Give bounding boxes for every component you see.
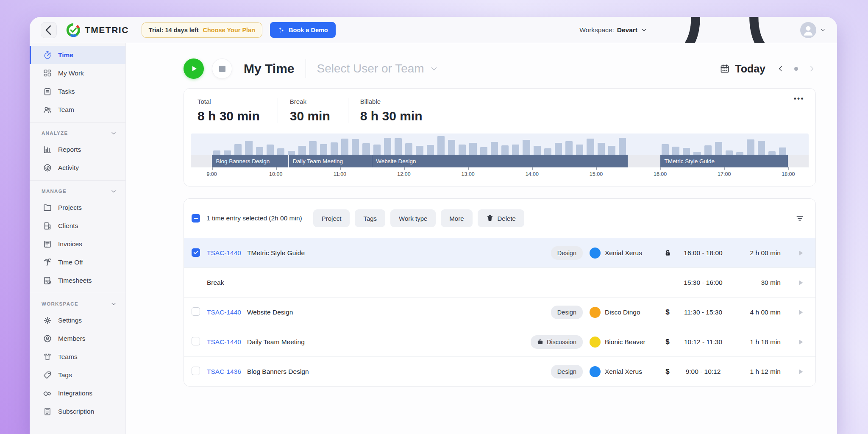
member-name: Disco Dingo — [605, 309, 659, 316]
sidebar-item-clients[interactable]: Clients — [30, 217, 125, 235]
time-range[interactable]: 16:00 - 18:00 — [676, 249, 730, 257]
sidebar-item-activity[interactable]: Activity — [30, 159, 125, 177]
row-checkbox[interactable] — [192, 337, 200, 345]
bulk-button-project[interactable]: Project — [313, 209, 350, 227]
time-entry-row[interactable]: TSAC-1440Daily Team MeetingDiscussionBio… — [184, 327, 815, 356]
axis-tick-label: 13:00 — [462, 171, 475, 177]
calendar-icon[interactable] — [720, 64, 730, 74]
row-checkbox[interactable] — [192, 248, 200, 257]
activity-bar — [395, 138, 402, 155]
sparkles-icon — [278, 26, 285, 33]
time-range[interactable]: 10:12 - 11:30 — [676, 338, 730, 346]
time-range[interactable]: 9:00 - 10:12 — [676, 368, 730, 376]
workspace-switcher[interactable]: Workspace: Devart — [579, 26, 648, 34]
people-icon — [43, 105, 52, 114]
tmetric-logo[interactable]: TMETRIC — [66, 23, 129, 37]
entry-duration: 2 h 00 min — [736, 249, 781, 257]
start-timer-button[interactable] — [184, 58, 204, 79]
task-id-link[interactable]: TSAC-1440 — [207, 249, 247, 257]
sidebar-item-time[interactable]: Time — [30, 46, 125, 64]
entry-details: 15:30 - 16:0030 min — [583, 279, 804, 287]
chevron-down-icon — [429, 64, 439, 73]
tmetric-logo-icon — [66, 23, 81, 37]
previous-day-button[interactable] — [776, 64, 785, 73]
trial-banner[interactable]: Trial: 14 days left Choose Your Plan — [142, 22, 262, 38]
sidebar-item-team[interactable]: Team — [30, 100, 125, 119]
row-play-icon[interactable] — [797, 279, 804, 287]
user-team-selector[interactable]: Select User or Team — [317, 62, 439, 75]
bulk-button-more[interactable]: More — [441, 209, 472, 227]
play-icon — [189, 64, 198, 73]
sidebar-item-timesheets[interactable]: Timesheets — [30, 271, 125, 289]
time-range[interactable]: 15:30 - 16:00 — [676, 279, 730, 287]
back-button[interactable] — [41, 22, 57, 38]
time-range[interactable]: 11:30 - 15:30 — [676, 309, 730, 316]
entry-title: Break — [207, 279, 224, 287]
activity-bar — [544, 148, 551, 155]
entry-duration: 4 h 00 min — [736, 309, 781, 316]
activity-bar — [448, 140, 455, 155]
card-menu-ellipsis[interactable]: ••• — [794, 95, 804, 103]
work-type-badge[interactable]: Design — [551, 365, 583, 378]
sidebar-section-manage[interactable]: MANAGE — [30, 184, 125, 198]
sidebar-item-projects[interactable]: Projects — [30, 198, 125, 217]
sidebar-item-members[interactable]: Members — [30, 329, 125, 348]
next-day-button[interactable] — [807, 64, 816, 73]
activity-bar — [693, 152, 701, 155]
bulk-button-tags[interactable]: Tags — [355, 209, 385, 227]
bulk-button-work-type[interactable]: Work type — [390, 209, 436, 227]
task-id-link[interactable]: TSAC-1436 — [207, 368, 247, 376]
row-checkbox[interactable] — [192, 367, 200, 375]
sidebar-item-tags[interactable]: Tags — [30, 366, 125, 384]
row-checkbox[interactable] — [192, 307, 200, 316]
axis-tick-label: 17:00 — [718, 171, 731, 177]
time-entry-row[interactable]: TSAC-1440TMetric Style GuideDesignXenial… — [184, 238, 815, 267]
sidebar-item-teams[interactable]: Teams — [30, 348, 125, 366]
stop-timer-button[interactable] — [212, 59, 232, 78]
row-play-icon[interactable] — [797, 249, 804, 257]
work-type-badge[interactable]: Discussion — [531, 335, 583, 349]
row-play-icon[interactable] — [797, 338, 804, 346]
timeline-segment-blog-banners-design[interactable]: Blog Banners Design — [212, 155, 288, 167]
date-navigator: Today — [720, 63, 816, 75]
sidebar-item-label: Time Off — [58, 259, 83, 266]
sort-icon[interactable] — [795, 214, 804, 223]
row-play-icon[interactable] — [797, 309, 804, 316]
sidebar-item-reports[interactable]: Reports — [30, 140, 125, 159]
time-entry-row[interactable]: TSAC-1440Website DesignDesignDisco Dingo… — [184, 297, 815, 327]
choose-plan-link[interactable]: Choose Your Plan — [203, 27, 256, 33]
timeline-segment-daily-team-meeting[interactable]: Daily Team Meeting — [289, 155, 372, 167]
sidebar-item-integrations[interactable]: Integrations — [30, 384, 125, 402]
sidebar-section-workspace[interactable]: WORKSPACE — [30, 297, 125, 311]
activity-bar — [662, 144, 669, 155]
timeline-segment-tmetric-style-guide[interactable]: TMetric Style Guide — [660, 155, 788, 167]
work-type-badge[interactable]: Design — [551, 246, 583, 260]
sidebar-item-settings[interactable]: Settings — [30, 311, 125, 329]
sidebar-item-subscription[interactable]: Subscription — [30, 402, 125, 420]
work-type-badge[interactable]: Design — [551, 306, 583, 319]
date-label[interactable]: Today — [735, 63, 765, 75]
sidebar-item-my-work[interactable]: My Work — [30, 64, 125, 82]
task-id-link[interactable]: TSAC-1440 — [207, 338, 247, 346]
select-all-checkbox[interactable] — [192, 214, 200, 223]
sidebar-item-invoices[interactable]: Invoices — [30, 235, 125, 253]
day-timeline-chart: Blog Banners DesignDaily Team MeetingWeb… — [191, 134, 809, 179]
sidebar-divider — [30, 293, 125, 293]
chevron-down-icon — [640, 26, 648, 33]
date-range-dot[interactable] — [794, 67, 798, 71]
time-entry-row[interactable]: Break15:30 - 16:0030 min — [184, 267, 815, 297]
clipboard-icon — [43, 87, 52, 96]
sidebar-section-analyze[interactable]: ANALYZE — [30, 126, 125, 140]
summary-card: Total8 h 30 minBreak30 minBillable8 h 30… — [184, 88, 816, 186]
delete-button[interactable]: Delete — [478, 209, 524, 227]
time-entry-row[interactable]: TSAC-1436Blog Banners DesignDesignXenial… — [184, 356, 815, 386]
row-play-icon[interactable] — [797, 368, 804, 376]
sidebar-item-tasks[interactable]: Tasks — [30, 82, 125, 100]
lock-icon — [659, 249, 676, 257]
book-demo-button[interactable]: Book a Demo — [270, 22, 336, 38]
account-menu[interactable] — [800, 22, 826, 38]
sidebar-item-time-off[interactable]: Time Off — [30, 253, 125, 271]
timeline-segment-website-design[interactable]: Website Design — [372, 155, 628, 167]
tshirt-icon — [43, 352, 52, 362]
task-id-link[interactable]: TSAC-1440 — [207, 309, 247, 316]
